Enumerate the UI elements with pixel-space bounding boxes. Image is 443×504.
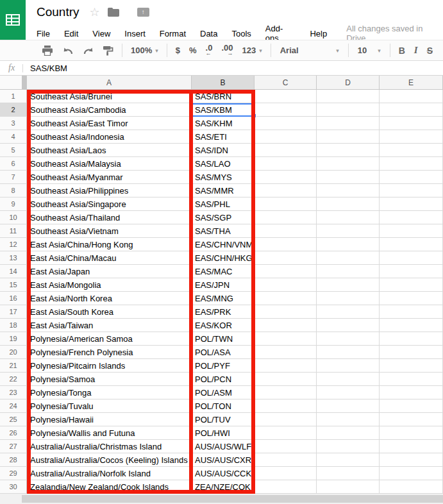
cell-a[interactable]: Polynesia/Tonga [27,386,192,399]
cell-a[interactable]: Australia/Australia/Norfolk Island [27,467,192,480]
cell-a[interactable]: East Asia/China/Macau [27,251,192,265]
cell-b[interactable]: SAS/IDN [192,144,255,157]
cell-c[interactable] [255,373,317,386]
cell-d[interactable] [317,197,380,211]
cell-c[interactable] [255,90,317,103]
redo-button[interactable] [78,43,99,58]
cell-e[interactable] [380,453,443,467]
cell-b[interactable]: POL/PCN [192,373,255,386]
cell-b[interactable]: SAS/MYS [192,171,255,184]
cell-e[interactable] [380,224,443,238]
cell-c[interactable] [255,305,317,319]
cell-d[interactable] [317,292,380,305]
column-header-d[interactable]: D [317,76,380,90]
cell-e[interactable] [380,144,443,157]
row-number[interactable]: 13 [0,251,27,265]
cell-d[interactable] [317,467,380,480]
print-button[interactable] [37,43,58,58]
cell-e[interactable] [380,399,443,413]
cell-e[interactable] [380,184,443,197]
cell-b[interactable]: AUS/AUS/CXR [192,453,255,467]
row-number[interactable]: 20 [0,346,27,359]
zoom-select[interactable]: 100% ▾ [126,43,163,58]
cell-c[interactable] [255,117,317,130]
row-number[interactable]: 15 [0,278,27,292]
cell-d[interactable] [317,453,380,467]
menu-view[interactable]: View [92,29,110,38]
formula-input[interactable]: SAS/KBM [30,63,67,73]
cell-b[interactable]: AUS/AUS/CCK [192,467,255,480]
increase-decimal-button[interactable]: .00 → [217,43,237,58]
cell-b[interactable]: EAS/JPN [192,278,255,292]
cell-d[interactable] [317,480,380,494]
cell-d[interactable] [317,251,380,265]
cell-a[interactable]: Polynesia/Hawaii [27,413,192,426]
cell-e[interactable] [380,346,443,359]
cell-a[interactable]: Southeast Asia/Myanmar [27,171,192,184]
cell-c[interactable] [255,278,317,292]
cell-e[interactable] [380,440,443,453]
cell-a[interactable]: Southeast Asia/Malaysia [27,157,192,171]
cell-e[interactable] [380,130,443,144]
cell-e[interactable] [380,103,443,117]
row-number[interactable]: 3 [0,117,27,130]
row-number[interactable]: 17 [0,305,27,319]
cell-a[interactable]: Polynesia/American Samoa [27,332,192,346]
cell-c[interactable] [255,251,317,265]
cell-a[interactable]: East Asia/Mongolia [27,278,192,292]
cell-d[interactable] [317,426,380,440]
cell-b[interactable]: POL/ASA [192,346,255,359]
italic-button[interactable]: I [410,43,422,58]
cell-d[interactable] [317,103,380,117]
upload-icon[interactable]: ↑ [137,8,149,17]
row-number[interactable]: 30 [0,480,27,494]
row-number[interactable]: 2 [0,103,27,117]
bold-button[interactable]: B [394,43,410,58]
cell-c[interactable] [255,211,317,224]
cell-a[interactable]: Southeast Asia/Singapore [27,197,192,211]
cell-e[interactable] [380,480,443,494]
cell-a[interactable]: Australia/Australia/Cocos (Keeling) Isla… [27,453,192,467]
decrease-decimal-button[interactable]: .0 ← [201,43,217,58]
cell-a[interactable]: Polynesia/Tuvalu [27,399,192,413]
cell-c[interactable] [255,171,317,184]
cell-c[interactable] [255,426,317,440]
cell-d[interactable] [317,90,380,103]
cell-b[interactable]: SAS/MMR [192,184,255,197]
cell-e[interactable] [380,467,443,480]
row-number[interactable]: 6 [0,157,27,171]
cell-a[interactable]: Southeast Asia/East Timor [27,117,192,130]
sheets-logo[interactable] [0,0,26,40]
cell-c[interactable] [255,238,317,251]
row-number[interactable]: 8 [0,184,27,197]
cell-e[interactable] [380,90,443,103]
cell-e[interactable] [380,265,443,278]
row-number[interactable]: 9 [0,197,27,211]
menu-file[interactable]: File [37,29,50,38]
cell-d[interactable] [317,171,380,184]
cell-e[interactable] [380,171,443,184]
cell-e[interactable] [380,251,443,265]
row-number[interactable]: 22 [0,373,27,386]
cell-a[interactable]: Southeast Asia/Indonesia [27,130,192,144]
number-format-menu[interactable]: 123 ▾ [238,43,267,58]
cell-c[interactable] [255,440,317,453]
cell-a[interactable]: Southeast Asia/Philippines [27,184,192,197]
row-number[interactable]: 4 [0,130,27,144]
document-title[interactable]: Country [37,5,79,19]
cell-c[interactable] [255,346,317,359]
cell-d[interactable] [317,278,380,292]
cell-b[interactable]: POL/ASM [192,386,255,399]
cell-a[interactable]: Zealandia/New Zealand/Cook Islands [27,480,192,494]
cell-b[interactable]: SAS/KHM [192,117,255,130]
select-all-corner[interactable] [0,76,27,90]
cell-b[interactable]: POL/HWI [192,426,255,440]
cell-b[interactable]: SAS/ETI [192,130,255,144]
cell-e[interactable] [380,278,443,292]
cell-a[interactable]: Polynesia/Pitcairn Islands [27,359,192,373]
row-number[interactable]: 26 [0,426,27,440]
cell-e[interactable] [380,319,443,332]
font-family-select[interactable]: Arial ▾ [275,43,344,58]
row-number[interactable]: 27 [0,440,27,453]
cell-b[interactable]: EAS/CHN/HKG [192,251,255,265]
